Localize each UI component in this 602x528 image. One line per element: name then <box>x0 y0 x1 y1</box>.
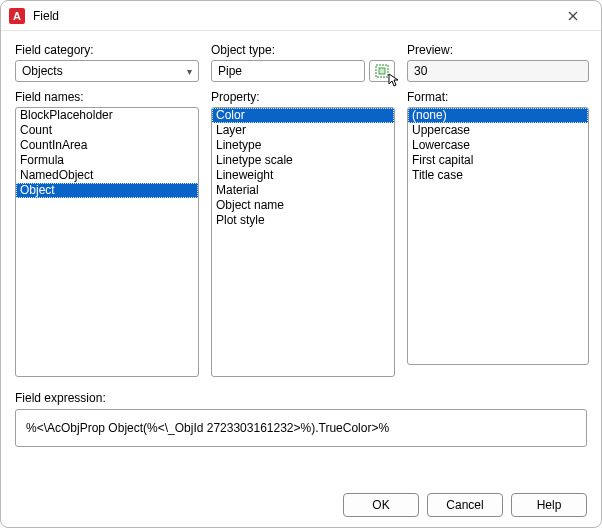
preview-value: 30 <box>414 64 427 78</box>
list-item[interactable]: Object name <box>212 198 394 213</box>
field-category-select[interactable]: Objects ▾ <box>15 60 199 82</box>
app-icon: A <box>9 8 25 24</box>
list-item[interactable]: CountInArea <box>16 138 198 153</box>
dialog-footer: OK Cancel Help <box>15 481 587 517</box>
list-item[interactable]: Uppercase <box>408 123 588 138</box>
list-item[interactable]: Linetype scale <box>212 153 394 168</box>
select-object-icon <box>374 63 390 79</box>
property-list[interactable]: ColorLayerLinetypeLinetype scaleLineweig… <box>211 107 395 377</box>
list-item[interactable]: (none) <box>408 108 588 123</box>
list-item[interactable]: Lineweight <box>212 168 394 183</box>
list-item[interactable]: Color <box>212 108 394 123</box>
field-category-label: Field category: <box>15 43 199 57</box>
list-item[interactable]: Title case <box>408 168 588 183</box>
help-button[interactable]: Help <box>511 493 587 517</box>
field-names-list[interactable]: BlockPlaceholderCountCountInAreaFormulaN… <box>15 107 199 377</box>
preview-label: Preview: <box>407 43 589 57</box>
list-item[interactable]: BlockPlaceholder <box>16 108 198 123</box>
cancel-button[interactable]: Cancel <box>427 493 503 517</box>
format-label: Format: <box>407 90 589 104</box>
list-item[interactable]: Layer <box>212 123 394 138</box>
format-list[interactable]: (none)UppercaseLowercaseFirst capitalTit… <box>407 107 589 365</box>
chevron-down-icon: ▾ <box>187 66 192 77</box>
object-type-value: Pipe <box>218 64 242 78</box>
field-category-value: Objects <box>22 64 63 78</box>
window-title: Field <box>33 9 59 23</box>
list-item[interactable]: Linetype <box>212 138 394 153</box>
list-item[interactable]: Object <box>16 183 198 198</box>
property-label: Property: <box>211 90 395 104</box>
field-expression-label: Field expression: <box>15 391 587 405</box>
close-button[interactable] <box>551 2 595 30</box>
close-icon <box>568 11 578 21</box>
titlebar: A Field <box>1 1 601 31</box>
list-item[interactable]: Formula <box>16 153 198 168</box>
object-type-input[interactable]: Pipe <box>211 60 365 82</box>
select-object-button[interactable] <box>369 60 395 82</box>
object-type-label: Object type: <box>211 43 395 57</box>
list-item[interactable]: Material <box>212 183 394 198</box>
list-item[interactable]: Plot style <box>212 213 394 228</box>
field-names-label: Field names: <box>15 90 199 104</box>
list-item[interactable]: Lowercase <box>408 138 588 153</box>
preview-value-box: 30 <box>407 60 589 82</box>
ok-button[interactable]: OK <box>343 493 419 517</box>
list-item[interactable]: Count <box>16 123 198 138</box>
svg-rect-3 <box>379 68 385 74</box>
list-item[interactable]: NamedObject <box>16 168 198 183</box>
list-item[interactable]: First capital <box>408 153 588 168</box>
field-expression-value: %<\AcObjProp Object(%<\_ObjId 2723303161… <box>26 421 389 435</box>
field-expression-box: %<\AcObjProp Object(%<\_ObjId 2723303161… <box>15 409 587 447</box>
